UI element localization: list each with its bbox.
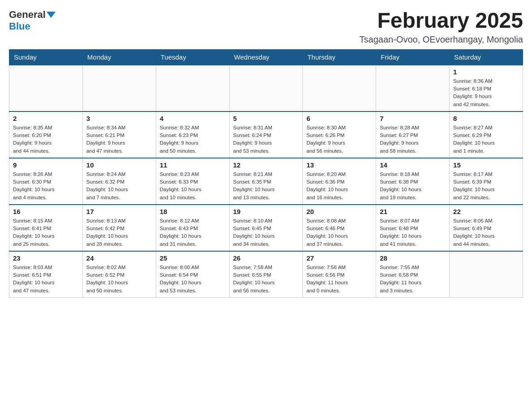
day-info: Sunrise: 8:07 AM Sunset: 6:48 PM Dayligh… (380, 217, 446, 248)
day-info: Sunrise: 8:08 AM Sunset: 6:46 PM Dayligh… (306, 217, 372, 248)
svg-marker-0 (47, 12, 56, 18)
calendar-cell: 20Sunrise: 8:08 AM Sunset: 6:46 PM Dayli… (303, 205, 376, 251)
calendar-cell (376, 65, 450, 111)
day-info: Sunrise: 8:31 AM Sunset: 6:24 PM Dayligh… (233, 124, 299, 155)
day-info: Sunrise: 7:55 AM Sunset: 6:58 PM Dayligh… (380, 264, 446, 295)
day-info: Sunrise: 7:56 AM Sunset: 6:56 PM Dayligh… (306, 264, 372, 295)
calendar-cell (156, 65, 229, 111)
calendar-cell: 13Sunrise: 8:20 AM Sunset: 6:36 PM Dayli… (303, 158, 376, 205)
calendar-cell: 18Sunrise: 8:12 AM Sunset: 6:43 PM Dayli… (156, 205, 229, 251)
day-info: Sunrise: 8:17 AM Sunset: 6:39 PM Dayligh… (453, 171, 519, 201)
day-number: 4 (160, 115, 226, 122)
calendar-cell (303, 65, 376, 111)
day-number: 12 (233, 161, 299, 169)
weekday-header-friday: Friday (376, 49, 450, 65)
calendar-cell: 4Sunrise: 8:32 AM Sunset: 6:23 PM Daylig… (156, 111, 229, 158)
day-info: Sunrise: 8:23 AM Sunset: 6:33 PM Dayligh… (160, 171, 226, 201)
day-number: 13 (306, 161, 372, 169)
day-info: Sunrise: 8:32 AM Sunset: 6:23 PM Dayligh… (160, 124, 226, 155)
day-info: Sunrise: 8:26 AM Sunset: 6:30 PM Dayligh… (13, 171, 79, 201)
day-number: 15 (453, 161, 519, 169)
calendar-cell: 27Sunrise: 7:56 AM Sunset: 6:56 PM Dayli… (303, 251, 376, 298)
day-info: Sunrise: 8:21 AM Sunset: 6:35 PM Dayligh… (233, 171, 299, 201)
calendar-cell (9, 65, 83, 111)
calendar-cell: 3Sunrise: 8:34 AM Sunset: 6:21 PM Daylig… (82, 111, 156, 158)
logo-general-text: General (9, 9, 46, 21)
day-info: Sunrise: 8:35 AM Sunset: 6:20 PM Dayligh… (13, 124, 79, 155)
weekday-header-monday: Monday (82, 49, 156, 65)
calendar-table: SundayMondayTuesdayWednesdayThursdayFrid… (9, 49, 523, 298)
location-title: Tsagaan-Ovoo, OEvoerhangay, Mongolia (360, 34, 523, 45)
day-info: Sunrise: 8:12 AM Sunset: 6:43 PM Dayligh… (160, 217, 226, 248)
logo-text: General (9, 9, 56, 21)
day-info: Sunrise: 8:27 AM Sunset: 6:29 PM Dayligh… (453, 124, 519, 155)
day-number: 6 (306, 115, 372, 122)
calendar-week-row-3: 9Sunrise: 8:26 AM Sunset: 6:30 PM Daylig… (9, 158, 523, 205)
day-number: 21 (380, 208, 446, 215)
calendar-cell: 24Sunrise: 8:02 AM Sunset: 6:52 PM Dayli… (82, 251, 156, 298)
calendar-cell: 15Sunrise: 8:17 AM Sunset: 6:39 PM Dayli… (450, 158, 523, 205)
calendar-cell: 6Sunrise: 8:30 AM Sunset: 6:26 PM Daylig… (303, 111, 376, 158)
calendar-cell: 8Sunrise: 8:27 AM Sunset: 6:29 PM Daylig… (450, 111, 523, 158)
day-info: Sunrise: 8:02 AM Sunset: 6:52 PM Dayligh… (86, 264, 152, 295)
weekday-header-sunday: Sunday (9, 49, 83, 65)
calendar-cell: 22Sunrise: 8:05 AM Sunset: 6:49 PM Dayli… (450, 205, 523, 251)
calendar-cell: 16Sunrise: 8:15 AM Sunset: 6:41 PM Dayli… (9, 205, 83, 251)
weekday-header-tuesday: Tuesday (156, 49, 229, 65)
calendar-cell: 26Sunrise: 7:58 AM Sunset: 6:55 PM Dayli… (229, 251, 303, 298)
day-number: 16 (13, 208, 79, 215)
day-number: 26 (233, 254, 299, 262)
day-number: 11 (160, 161, 226, 169)
day-number: 2 (13, 115, 79, 122)
day-info: Sunrise: 8:24 AM Sunset: 6:32 PM Dayligh… (86, 171, 152, 201)
day-info: Sunrise: 8:28 AM Sunset: 6:27 PM Dayligh… (380, 124, 446, 155)
weekday-header-wednesday: Wednesday (229, 49, 303, 65)
day-number: 9 (13, 161, 79, 169)
day-info: Sunrise: 8:30 AM Sunset: 6:26 PM Dayligh… (306, 124, 372, 155)
calendar-cell: 10Sunrise: 8:24 AM Sunset: 6:32 PM Dayli… (82, 158, 156, 205)
calendar-cell: 17Sunrise: 8:13 AM Sunset: 6:42 PM Dayli… (82, 205, 156, 251)
day-number: 10 (86, 161, 152, 169)
day-number: 28 (380, 254, 446, 262)
calendar-cell (82, 65, 156, 111)
calendar-header-row: SundayMondayTuesdayWednesdayThursdayFrid… (9, 49, 523, 65)
day-number: 22 (453, 208, 519, 215)
day-number: 23 (13, 254, 79, 262)
day-info: Sunrise: 8:10 AM Sunset: 6:45 PM Dayligh… (233, 217, 299, 248)
calendar-cell: 11Sunrise: 8:23 AM Sunset: 6:33 PM Dayli… (156, 158, 229, 205)
logo-arrow-icon (47, 9, 56, 21)
day-number: 3 (86, 115, 152, 122)
calendar-week-row-4: 16Sunrise: 8:15 AM Sunset: 6:41 PM Dayli… (9, 205, 523, 251)
calendar-cell (229, 65, 303, 111)
day-number: 14 (380, 161, 446, 169)
calendar-cell: 12Sunrise: 8:21 AM Sunset: 6:35 PM Dayli… (229, 158, 303, 205)
day-number: 17 (86, 208, 152, 215)
weekday-header-thursday: Thursday (303, 49, 376, 65)
day-info: Sunrise: 8:13 AM Sunset: 6:42 PM Dayligh… (86, 217, 152, 248)
day-info: Sunrise: 8:34 AM Sunset: 6:21 PM Dayligh… (86, 124, 152, 155)
day-number: 5 (233, 115, 299, 122)
calendar-cell: 21Sunrise: 8:07 AM Sunset: 6:48 PM Dayli… (376, 205, 450, 251)
calendar-cell: 19Sunrise: 8:10 AM Sunset: 6:45 PM Dayli… (229, 205, 303, 251)
day-number: 1 (453, 68, 519, 76)
calendar-cell: 25Sunrise: 8:00 AM Sunset: 6:54 PM Dayli… (156, 251, 229, 298)
day-info: Sunrise: 8:15 AM Sunset: 6:41 PM Dayligh… (13, 217, 79, 248)
calendar-week-row-5: 23Sunrise: 8:03 AM Sunset: 6:51 PM Dayli… (9, 251, 523, 298)
day-number: 8 (453, 115, 519, 122)
day-info: Sunrise: 8:18 AM Sunset: 6:38 PM Dayligh… (380, 171, 446, 201)
logo: General Blue (9, 9, 56, 32)
day-number: 20 (306, 208, 372, 215)
day-info: Sunrise: 8:20 AM Sunset: 6:36 PM Dayligh… (306, 171, 372, 201)
calendar-cell: 14Sunrise: 8:18 AM Sunset: 6:38 PM Dayli… (376, 158, 450, 205)
calendar-cell: 2Sunrise: 8:35 AM Sunset: 6:20 PM Daylig… (9, 111, 83, 158)
calendar-cell: 1Sunrise: 8:36 AM Sunset: 6:18 PM Daylig… (450, 65, 523, 111)
title-block: February 2025 Tsagaan-Ovoo, OEvoerhangay… (360, 9, 523, 45)
calendar-week-row-1: 1Sunrise: 8:36 AM Sunset: 6:18 PM Daylig… (9, 65, 523, 111)
day-number: 7 (380, 115, 446, 122)
day-info: Sunrise: 8:05 AM Sunset: 6:49 PM Dayligh… (453, 217, 519, 248)
day-number: 24 (86, 254, 152, 262)
day-number: 19 (233, 208, 299, 215)
calendar-cell: 23Sunrise: 8:03 AM Sunset: 6:51 PM Dayli… (9, 251, 83, 298)
page-header: General Blue February 2025 Tsagaan-Ovoo,… (9, 9, 523, 45)
day-info: Sunrise: 8:03 AM Sunset: 6:51 PM Dayligh… (13, 264, 79, 295)
